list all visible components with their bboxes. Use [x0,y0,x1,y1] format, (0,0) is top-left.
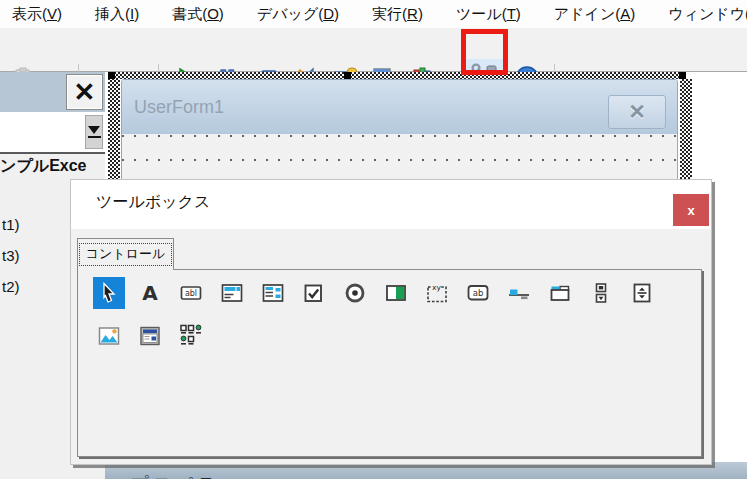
userform-close-button[interactable]: ✕ [608,95,666,129]
clipped-window-title: プロパティ [130,472,242,479]
listbox-art [261,281,285,305]
label-A-art: A [138,281,162,305]
toolbox-dialog-title: ツールボックス [96,192,210,213]
selection-handle[interactable] [679,72,686,79]
form-selection-border-top[interactable] [108,72,686,79]
control-refedit-icon[interactable] [134,320,166,352]
menu-item-6[interactable]: アドイン(A) [554,5,635,24]
tab-controls-label: コントロール [79,243,173,266]
userform-titlebar[interactable]: UserForm1 [122,80,677,134]
spinbutton-art [630,281,654,305]
control-togglebutton-icon[interactable] [380,277,412,309]
menu-bar: 表示(V)挿入(I)書式(O)デバッグ(D)実行(R)ツール(T)アドイン(A)… [0,0,747,28]
textbox-art: abl [179,281,203,305]
menu-item-5[interactable]: ツール(T) [456,5,521,24]
project-panel-titlebar: ✕ [0,72,105,112]
menu-item-4[interactable]: 実行(R) [372,5,423,24]
dropdown-arrow-icon[interactable] [85,115,103,149]
control-label-icon[interactable]: A [134,277,166,309]
control-commandbutton-icon[interactable]: ab [462,277,494,309]
control-combobox-icon[interactable] [216,277,248,309]
pointer-arrow-art [97,281,121,305]
userform-title: UserForm1 [134,97,224,118]
control-tabstrip-icon[interactable] [503,277,535,309]
commandbutton-art: ab [466,281,490,305]
image-art [97,324,121,348]
control-multipage-icon[interactable] [544,277,576,309]
toolbox-dialog-body: コントロール A abl [71,229,711,464]
menu-item-3[interactable]: デバッグ(D) [257,5,339,24]
combobox-art [220,281,244,305]
control-image-icon[interactable] [93,320,125,352]
menu-item-0[interactable]: 表示(V) [12,5,62,24]
svg-text:xy: xy [432,283,441,292]
checkbox-art [302,281,326,305]
project-dropdown[interactable] [0,112,105,152]
svg-text:abl: abl [185,289,197,298]
svg-text:A: A [142,281,158,305]
control-optionbutton-icon[interactable] [339,277,371,309]
menu-item-7[interactable]: ウィンドウ(W [668,5,747,24]
frame-art: xy [425,281,449,305]
form-selection-border-right[interactable] [680,79,692,179]
optionbutton-art [343,281,367,305]
project-panel-close-button[interactable]: ✕ [66,74,103,110]
control-frame-icon[interactable]: xy [421,277,453,309]
togglebutton-art [384,281,408,305]
menu-item-2[interactable]: 書式(O) [172,5,224,24]
control-spinbutton-icon[interactable] [626,277,658,309]
control-custom-control-icon[interactable] [175,320,207,352]
toolbox-close-button[interactable]: x [673,194,709,226]
multipage-art [548,281,572,305]
control-textbox-icon[interactable]: abl [175,277,207,309]
panel-divider [0,152,105,154]
control-checkbox-icon[interactable] [298,277,330,309]
menu-item-1[interactable]: 挿入(I) [95,5,139,24]
selection-handle[interactable] [344,72,351,79]
toolbox-dialog: ツールボックス x コントロール A abl [70,179,712,465]
selection-handle[interactable] [108,72,115,79]
toolbox-controls-panel: A abl [77,269,702,457]
control-select-icon[interactable] [93,277,125,309]
svg-text:ab: ab [473,288,484,298]
refedit-art [138,324,162,348]
tab-controls[interactable]: コントロール [77,238,174,270]
control-listbox-icon[interactable] [257,277,289,309]
standard-toolbar: ? [0,28,747,72]
tabstrip-art [507,281,531,305]
scrollbar-art [589,281,613,305]
custom-control-art [178,323,204,349]
form-selection-border-left[interactable] [108,72,120,179]
control-scrollbar-icon[interactable] [585,277,617,309]
project-name[interactable]: ンプルExce [0,156,104,180]
